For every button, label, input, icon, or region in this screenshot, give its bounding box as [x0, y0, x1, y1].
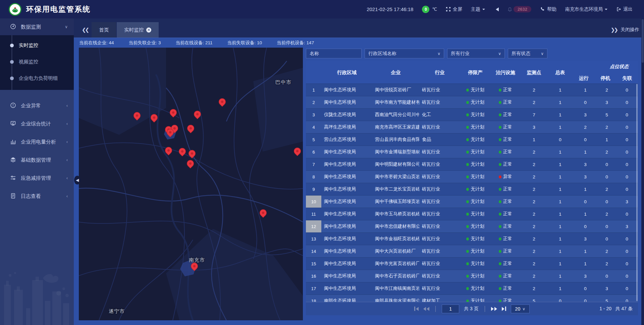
table-row[interactable]: 18 南部生态环境局 南部县珠华水泥有限公 建材加工 无计划 正常 5 0 0 …: [306, 295, 638, 302]
table-row[interactable]: 7 阆中生态环境局 阆中明阳建材有限公司 砖瓦行业 无计划 正常 2 1 3 0…: [306, 158, 638, 171]
notification-button[interactable]: 2632: [507, 6, 531, 12]
fullscreen-button[interactable]: 全屏: [446, 6, 462, 12]
page-scrollbar[interactable]: [641, 18, 644, 325]
status-ok-icon: [499, 213, 501, 216]
cell-limit: 无计划: [460, 282, 490, 294]
cell-facility: 正常: [490, 146, 521, 158]
cell-company: 阆中市石子页岩机砖厂: [372, 270, 419, 282]
status-select[interactable]: 所有状态 ∨: [508, 49, 547, 58]
cell-company: 阆中市五马桥页岩机砖: [372, 208, 419, 220]
status-ok-icon: [466, 126, 469, 129]
logout-icon: [616, 7, 621, 12]
table-row[interactable]: 13 阆中生态环境局 阆中市金福旺页岩机砖 砖瓦行业 无计划 正常 2 1 3 …: [306, 233, 638, 245]
cell-company: 阆中市光富页岩机砖厂: [372, 258, 419, 270]
sidebar-submenu: 实时监控视频监控企业电力负荷明细: [0, 35, 74, 90]
cell-industry: 砖瓦行业: [419, 183, 460, 195]
cell-limit: 无计划: [460, 109, 490, 121]
sidebar-item-日志查看[interactable]: 日志查看 ‹: [0, 187, 74, 205]
sidebar-item-视频监控[interactable]: 视频监控: [0, 54, 74, 70]
cell-halt: 1: [598, 133, 616, 146]
sidebar-item-企业电力负荷明细[interactable]: 企业电力负荷明细: [0, 70, 74, 87]
next-page-button[interactable]: [491, 307, 497, 311]
first-page-button[interactable]: [414, 307, 419, 311]
sidebar-item-企业用电量分析[interactable]: 企业用电量分析 ‹: [0, 133, 74, 151]
sidebar-collapse-button[interactable]: ◀: [74, 176, 80, 184]
chart-icon: [10, 139, 16, 146]
cell-halt: 0: [598, 270, 616, 282]
table-row[interactable]: 14 阆中生态环境局 阆中大兴页岩机砖厂 砖瓦行业 无计划 正常 2 1 1 2…: [306, 245, 638, 258]
tab-首页[interactable]: 首页: [92, 22, 116, 38]
app-title: 环保用电监管系统: [26, 4, 91, 14]
sidebar-item-应急减排管理[interactable]: 应急减排管理 ‹: [0, 169, 74, 187]
table-row[interactable]: 9 阆中生态环境局 阆中市二龙长宝页岩砖 砖瓦行业 无计划 正常 2 1 1 2…: [306, 183, 638, 196]
col-halt: 停机: [595, 75, 616, 82]
cell-industry: 砖瓦行业: [419, 96, 460, 108]
cell-halt: 3: [598, 282, 616, 294]
close-operations-button[interactable]: 关闭操作: [621, 27, 639, 33]
cell-run: 1: [573, 146, 598, 158]
cell-industry: 建材加工: [419, 295, 460, 302]
table-row[interactable]: 4 高坪生态环境局 南充市高坪区王家店建 砖瓦行业 无计划 正常 3 1 2 2…: [306, 121, 638, 133]
cell-halt: 2: [598, 121, 616, 133]
table-row[interactable]: 3 仪陇生态环境局 西南油气田分公司川中 化工 无计划 正常 7 1 3 5 0: [306, 109, 638, 121]
map-panel[interactable]: 巴中市南充市遂宁市: [79, 48, 303, 320]
name-search-input[interactable]: 名称: [306, 49, 362, 58]
cell-points: 2: [521, 196, 547, 208]
cell-limit: 无计划: [460, 96, 490, 108]
table-row[interactable]: 1 阆中生态环境局 阆中强锐页岩砖厂 砖瓦行业 无计划 正常 2 1 1 2 0: [306, 84, 638, 96]
row-index: 12: [306, 220, 321, 232]
page-number-input[interactable]: 1: [442, 305, 459, 313]
cell-region: 阆中生态环境局: [321, 158, 372, 170]
table-row[interactable]: 11 阆中生态环境局 阆中市五马桥页岩机砖 砖瓦行业 无计划 正常 2 1 1 …: [306, 208, 638, 220]
status-ok-icon: [466, 188, 469, 191]
prev-page-button[interactable]: [423, 307, 429, 311]
table-scrollbar[interactable]: [636, 84, 638, 301]
status-ok-icon: [499, 188, 501, 191]
tabs-scroll-left-button[interactable]: ❮❮: [82, 27, 88, 33]
table-row[interactable]: 5 营山生态环境局 营山县润丰肉食品有限 食品 无计划 正常 1 0 0 1 0: [306, 133, 638, 146]
sidebar-item-企业异常[interactable]: 企业异常 ‹: [0, 97, 74, 115]
sidebar-items: 企业异常 ‹ 企业综合统计 ‹ 企业用电量分析 ‹ 基础数据管理 ‹ 应急减排管…: [0, 90, 74, 205]
table-row[interactable]: 6 阆中生态环境局 阆中市金博瑞新型墙材 砖瓦行业 无计划 正常 2 1 1 2…: [306, 146, 638, 158]
status-ok-icon: [499, 200, 501, 203]
bullet-icon: [10, 60, 14, 64]
table-row[interactable]: 17 阆中生态环境局 阆中市江南镇阆南页岩 砖瓦行业 无计划 正常 2 1 0 …: [306, 282, 638, 295]
tab-实时监控[interactable]: 实时监控✕: [117, 22, 159, 38]
table-row[interactable]: 10 阆中生态环境局 阆中千佛镇五郎垭页岩 砖瓦行业 无计划 正常 2 1 0 …: [306, 196, 638, 208]
org-dropdown[interactable]: 南充市生态环境局: [565, 6, 607, 12]
logout-button[interactable]: 退出: [616, 6, 633, 12]
sidebar-item-基础数据管理[interactable]: 基础数据管理 ‹: [0, 151, 74, 169]
close-icon[interactable]: ✕: [146, 28, 151, 33]
table-row[interactable]: 2 阆中生态环境局 阆中市南方节能建材有 砖瓦行业 无计划 正常 2 1 0 3…: [306, 96, 638, 109]
tabs-scroll-right-button[interactable]: ❯❯: [611, 27, 617, 33]
row-index: 9: [306, 183, 321, 195]
cell-meter: 1: [547, 258, 573, 270]
range-label: 1 - 20: [599, 306, 611, 311]
table-row[interactable]: 12 阆中生态环境局 阆中市忠信建材有限公 砖瓦行业 无计划 正常 2 1 0 …: [306, 220, 638, 233]
cell-halt: 2: [598, 258, 616, 270]
sidebar-group-数据监测[interactable]: 数据监测 ∨: [0, 18, 74, 35]
status-ok-icon: [466, 175, 469, 178]
cell-facility: 正常: [490, 270, 521, 282]
help-button[interactable]: 帮助: [540, 6, 556, 12]
cell-points: 3: [521, 121, 547, 133]
sidebar-item-企业综合统计[interactable]: 企业综合统计 ‹: [0, 115, 74, 133]
last-page-button[interactable]: [502, 307, 506, 311]
industry-select[interactable]: 所有行业 ∨: [447, 49, 505, 58]
cell-run: 2: [573, 121, 598, 133]
sidebar-item-实时监控[interactable]: 实时监控: [0, 37, 74, 54]
mute-button[interactable]: [494, 7, 499, 11]
table-row[interactable]: 8 阆中生态环境局 阆中市枣碧大梁山页岩 砖瓦行业 无计划 异常 2 1 3 0…: [306, 171, 638, 183]
chevron-down-icon: ∨: [498, 51, 501, 56]
region-select[interactable]: 行政区域名称 ∨: [365, 49, 444, 58]
table-row[interactable]: 16 阆中生态环境局 阆中市石子页岩机砖厂 砖瓦行业 无计划 正常 2 1 3 …: [306, 270, 638, 282]
cell-region: 南部生态环境局: [321, 295, 372, 302]
table-row[interactable]: 15 阆中生态环境局 阆中市光富页岩机砖厂 砖瓦行业 无计划 正常 2 1 1 …: [306, 258, 638, 270]
page-size-select[interactable]: 20 ∨: [511, 305, 530, 313]
cell-company: 阆中明阳建材有限公司: [372, 158, 419, 170]
status-ok-icon: [466, 138, 469, 141]
cell-limit: 无计划: [460, 158, 490, 170]
theme-dropdown[interactable]: 主题: [471, 6, 485, 12]
total-count-label: 共 47 条: [615, 306, 633, 311]
col-lost: 失联: [616, 75, 638, 82]
